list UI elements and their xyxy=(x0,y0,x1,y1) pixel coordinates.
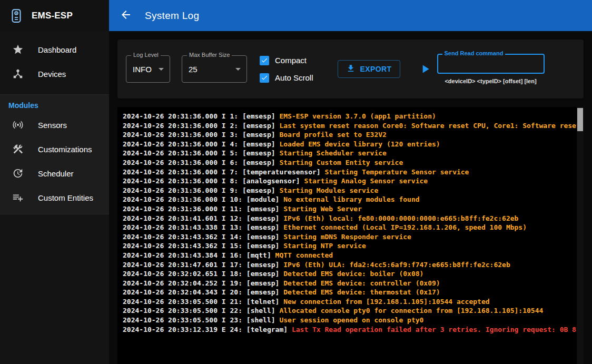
sensors-icon xyxy=(12,119,24,131)
sidebar-item-devices[interactable]: Devices xyxy=(0,62,109,86)
log-line: 2024-10-26 20:33:05.500 I 23: [shell] Us… xyxy=(123,316,574,325)
log-message: IPv6 (Eth) local: fe80:0000:0000:0000:e6… xyxy=(283,214,518,222)
sidebar-item-label: Sensors xyxy=(38,121,67,130)
log-line: 2024-10-26 20:31:43.362 I 15: [emsesp] S… xyxy=(123,241,574,251)
modules-section-title: Modules xyxy=(0,96,109,113)
log-scrollbar[interactable] xyxy=(577,107,584,364)
log-message: Detected EMS device: controller (0x09) xyxy=(283,279,440,287)
log-message: Starting NTP service xyxy=(283,242,366,250)
log-line: 2024-10-26 20:31:41.601 I 12: [emsesp] I… xyxy=(123,214,574,223)
log-prefix: 2024-10-26 20:32:04.343 I 20: [emsesp] xyxy=(123,288,283,296)
log-prefix: 2024-10-26 20:31:43.384 I 16: [mqtt] xyxy=(123,251,275,259)
send-read-command-input[interactable] xyxy=(443,60,538,68)
max-buffer-size-label: Max Buffer Size xyxy=(187,52,232,58)
log-message: Detected EMS device: thermostat (0x17) xyxy=(283,288,440,296)
log-line: 2024-10-26 20:31:36.000 I 1: [emsesp] EM… xyxy=(123,112,574,121)
log-line: 2024-10-26 20:31:36.000 I 5: [emsesp] St… xyxy=(123,149,574,158)
log-output[interactable]: 2024-10-26 20:31:36.000 I 1: [emsesp] EM… xyxy=(117,107,584,364)
log-prefix: 2024-10-26 20:31:36.000 I 3: [emsesp] xyxy=(123,131,279,139)
log-prefix: 2024-10-26 20:31:36.000 I 2: [emsesp] xyxy=(123,122,279,130)
log-prefix: 2024-10-26 20:32:02.651 I 18: [emsesp] xyxy=(123,270,283,278)
log-line: 2024-10-26 20:31:43.362 I 14: [emsesp] S… xyxy=(123,232,574,242)
log-prefix: 2024-10-26 20:31:43.362 I 14: [emsesp] xyxy=(123,233,283,241)
log-message: Starting Analog Sensor service xyxy=(304,177,428,185)
log-line: 2024-10-26 20:32:04.343 I 20: [emsesp] D… xyxy=(123,288,574,297)
log-line: 2024-10-26 20:33:12.319 E 24: [telegram]… xyxy=(123,325,574,335)
sidebar-item-label: Scheduler xyxy=(38,169,74,178)
sidebar-item-scheduler[interactable]: Scheduler xyxy=(0,161,109,185)
log-prefix: 2024-10-26 20:31:36.000 I 1: [emsesp] xyxy=(123,112,279,120)
sidebar-item-custom-entities[interactable]: Custom Entities xyxy=(0,185,109,210)
log-prefix: 2024-10-26 20:31:36.000 I 10: [module] xyxy=(123,195,283,203)
log-line: 2024-10-26 20:31:36.000 I 6: [emsesp] St… xyxy=(123,158,574,168)
log-prefix: 2024-10-26 20:32:04.252 I 19: [emsesp] xyxy=(123,279,283,287)
appbar: System Log xyxy=(109,0,592,31)
log-message: Loaded EMS device library (120 entries) xyxy=(279,140,440,148)
dropdown-arrow-icon xyxy=(155,63,167,75)
checkbox-checked-icon xyxy=(260,56,269,65)
log-message: Starting Web Server xyxy=(283,205,362,213)
playlist-add-icon xyxy=(12,191,24,204)
log-message: New connection from [192.168.1.105]:1054… xyxy=(283,298,489,306)
log-prefix: 2024-10-26 20:31:36.000 I 5: [emsesp] xyxy=(123,149,279,157)
log-prefix: 2024-10-26 20:31:36.000 I 6: [emsesp] xyxy=(123,159,279,166)
sidebar-item-customizations[interactable]: Customizations xyxy=(0,137,109,161)
log-line: 2024-10-26 20:31:36.000 I 9: [emsesp] St… xyxy=(123,186,574,195)
log-prefix: 2024-10-26 20:31:47.601 I 17: [emsesp] xyxy=(123,261,283,269)
back-button[interactable] xyxy=(119,8,133,23)
device-hub-icon xyxy=(12,67,24,80)
send-read-command-label: Send Read command xyxy=(442,50,506,56)
log-line: 2024-10-26 20:31:36.000 I 4: [emsesp] Lo… xyxy=(123,140,574,149)
log-prefix: 2024-10-26 20:33:12.319 E 24: [telegram] xyxy=(123,326,292,333)
send-read-command-helper: <deviceID> <typeID> [offset] [len] xyxy=(437,78,545,84)
app-root: EMS-ESP Dashboard Devices Modules xyxy=(0,0,592,364)
send-read-command-field[interactable]: Send Read command xyxy=(437,54,545,74)
log-line: 2024-10-26 20:31:47.601 I 17: [emsesp] I… xyxy=(123,260,574,270)
compact-checkbox[interactable]: Compact xyxy=(260,56,313,65)
export-button-label: EXPORT xyxy=(360,65,392,73)
log-prefix: 2024-10-26 20:31:43.362 I 15: [emsesp] xyxy=(123,242,283,250)
sidebar-item-sensors[interactable]: Sensors xyxy=(0,113,109,137)
construction-icon xyxy=(12,143,24,155)
checkbox-checked-icon xyxy=(260,73,269,83)
dropdown-arrow-icon xyxy=(232,63,244,75)
download-icon xyxy=(346,64,356,75)
send-command-play-icon[interactable] xyxy=(418,62,432,76)
max-buffer-size-select[interactable]: Max Buffer Size 25 xyxy=(182,55,247,83)
sidebar-item-label: Devices xyxy=(38,70,66,78)
log-message: Allocated console pty0 for connection fr… xyxy=(279,307,543,314)
update-clock-icon xyxy=(12,167,24,180)
log-message: User session opened on console pty0 xyxy=(279,316,423,324)
log-prefix: 2024-10-26 20:31:41.601 I 12: [emsesp] xyxy=(123,214,283,222)
log-line: 2024-10-26 20:32:04.252 I 19: [emsesp] D… xyxy=(123,279,574,288)
log-line: 2024-10-26 20:31:43.384 I 16: [mqtt] MQT… xyxy=(123,251,574,260)
log-line: 2024-10-26 20:31:36.000 I 2: [emsesp] La… xyxy=(123,121,574,131)
log-prefix: 2024-10-26 20:31:36.000 I 7: [temperatur… xyxy=(123,168,325,176)
log-level-select[interactable]: Log Level INFO xyxy=(126,55,170,83)
log-prefix: 2024-10-26 20:31:36.000 I 9: [emsesp] xyxy=(123,186,279,194)
log-prefix: 2024-10-26 20:31:36.000 I 8: [analogsens… xyxy=(123,177,304,185)
max-buffer-size-value: 25 xyxy=(189,65,198,74)
log-scrollbar-thumb[interactable] xyxy=(577,108,583,131)
sidebar-item-label: Dashboard xyxy=(38,45,76,54)
log-prefix: 2024-10-26 20:31:36.000 I 4: [emsesp] xyxy=(123,140,279,148)
app-logo-icon xyxy=(8,7,24,25)
sidebar-item-dashboard[interactable]: Dashboard xyxy=(0,37,109,62)
log-message: Starting Temperature Sensor service xyxy=(325,168,469,176)
log-toolbar: Log Level INFO Max Buffer Size 25 xyxy=(117,40,584,99)
log-prefix: 2024-10-26 20:33:05.500 I 23: [shell] xyxy=(123,316,279,324)
log-message: EMS-ESP version 3.7.0 (app1 partition) xyxy=(279,112,436,120)
export-button[interactable]: EXPORT xyxy=(338,60,400,78)
auto-scroll-checkbox[interactable]: Auto Scroll xyxy=(260,73,313,83)
log-message: Board profile set to E32V2 xyxy=(279,131,387,139)
main-content: Log Level INFO Max Buffer Size 25 xyxy=(109,31,592,364)
log-line: 2024-10-26 20:31:36.000 I 7: [temperatur… xyxy=(123,168,574,177)
send-read-command-group: Send Read command <deviceID> <typeID> [o… xyxy=(437,54,545,84)
compact-label: Compact xyxy=(275,56,307,65)
log-message: Starting Custom Entity service xyxy=(279,159,403,166)
log-message: Starting Modules service xyxy=(279,186,378,194)
log-message: Starting Scheduler service xyxy=(279,149,387,157)
log-line: 2024-10-26 20:33:05.500 I 22: [shell] Al… xyxy=(123,306,574,316)
log-message: Last system reset reason Core0: Software… xyxy=(279,122,584,130)
log-line: 2024-10-26 20:31:43.338 I 13: [emsesp] E… xyxy=(123,223,574,232)
